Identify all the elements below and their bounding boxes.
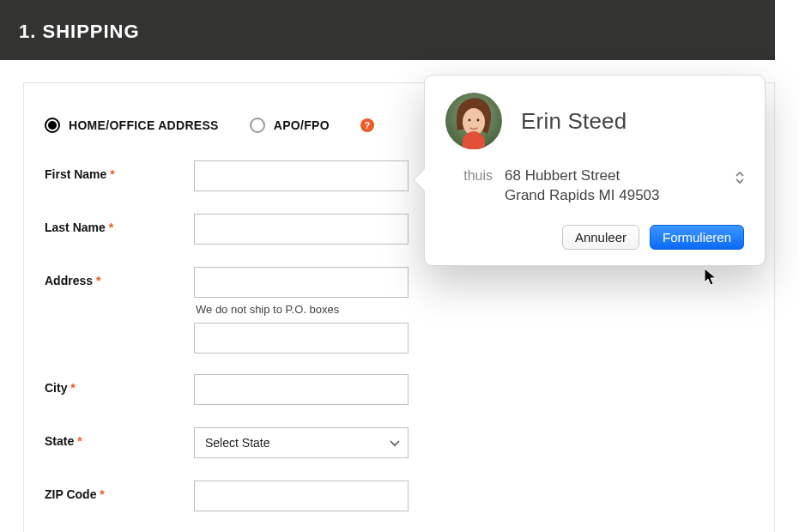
address-hint: We do not ship to P.O. boxes [196,303,409,316]
city-input[interactable] [194,374,409,405]
autofill-contact-popover: Erin Steed thuis 68 Hubbert Street Grand… [424,75,766,266]
contact-address: 68 Hubbert Street Grand Rapids MI 49503 [505,166,660,206]
radio-apo-fpo[interactable]: APO/FPO [250,118,330,133]
radio-dot-icon [45,118,60,133]
last-name-label: Last Name * [45,214,194,234]
page-header: 1. SHIPPING [0,0,775,60]
state-label: State * [45,427,194,448]
radio-home-office[interactable]: HOME/OFFICE ADDRESS [45,118,219,133]
radio-apo-label: APO/FPO [274,118,330,132]
svg-point-2 [469,119,471,122]
avatar [445,93,502,149]
address-input-2[interactable] [194,323,409,354]
address-type-label: thuis [445,166,493,185]
city-label: City * [45,374,194,395]
radio-dot-icon [250,118,265,133]
address-input-1[interactable] [194,267,409,298]
help-icon[interactable]: ? [360,118,374,132]
last-name-input[interactable] [194,214,409,245]
svg-point-3 [477,119,480,122]
stepper-icon[interactable] [735,172,744,184]
first-name-label: First Name * [45,160,194,181]
cancel-button[interactable]: Annuleer [562,225,639,250]
first-name-input[interactable] [194,160,409,191]
zip-label: ZIP Code * [45,481,194,501]
contact-address-row[interactable]: thuis 68 Hubbert Street Grand Rapids MI … [445,166,744,206]
state-select[interactable]: Select State [194,427,409,458]
address-label: Address * [45,267,194,287]
autofill-button[interactable]: Formulieren [650,225,744,250]
zip-input[interactable] [194,481,409,511]
radio-home-label: HOME/OFFICE ADDRESS [69,118,219,132]
page-title: 1. SHIPPING [19,21,140,42]
contact-name: Erin Steed [521,108,626,135]
